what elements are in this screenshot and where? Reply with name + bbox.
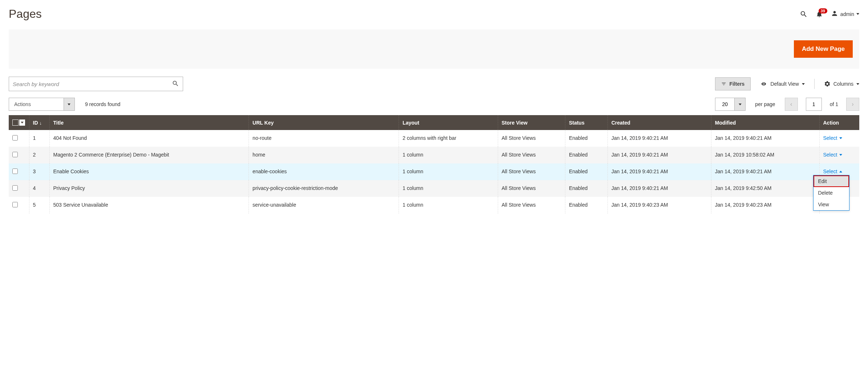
cell-status: Enabled (565, 147, 607, 163)
default-view-control[interactable]: Default View (760, 81, 804, 87)
cell-store-view: All Store Views (498, 197, 565, 214)
cell-created: Jan 14, 2019 9:40:23 AM (607, 197, 711, 214)
page-size-caret[interactable] (735, 98, 746, 111)
grid-controls-row: Actions 9 records found per page ‹ of 1 … (9, 98, 859, 111)
row-action-select[interactable]: Select (823, 152, 843, 158)
search-submit-icon[interactable] (172, 80, 179, 88)
row-checkbox[interactable] (12, 152, 18, 157)
cell-created: Jan 14, 2019 9:40:21 AM (607, 163, 711, 180)
col-created[interactable]: Created (607, 115, 711, 130)
pages-table: ID↓ Title URL Key Layout Store View Stat… (9, 115, 859, 214)
gear-icon (824, 81, 831, 87)
divider (814, 79, 815, 89)
col-url-key[interactable]: URL Key (249, 115, 399, 130)
filters-label: Filters (729, 81, 744, 87)
cell-title: Privacy Policy (49, 180, 249, 197)
chevron-down-icon (802, 83, 805, 85)
table-row[interactable]: 5503 Service Unavailableservice-unavaila… (9, 197, 859, 214)
cell-checkbox (9, 180, 29, 197)
cell-layout: 1 column (399, 147, 498, 163)
columns-label: Columns (833, 81, 853, 87)
cell-modified: Jan 14, 2019 9:40:23 AM (711, 197, 819, 214)
chevron-down-icon (856, 83, 859, 85)
cell-url-key: service-unavailable (249, 197, 399, 214)
table-row[interactable]: 4Privacy Policyprivacy-policy-cookie-res… (9, 180, 859, 197)
page-of-label: of 1 (830, 101, 838, 107)
cell-id: 3 (29, 163, 49, 180)
col-layout[interactable]: Layout (399, 115, 498, 130)
select-all-control[interactable] (12, 119, 25, 126)
cell-store-view: All Store Views (498, 147, 565, 163)
col-store-view[interactable]: Store View (498, 115, 565, 130)
search-input[interactable] (13, 81, 172, 87)
col-modified[interactable]: Modified (711, 115, 819, 130)
page-title: Pages (9, 7, 42, 21)
cell-url-key: no-route (249, 130, 399, 147)
col-status[interactable]: Status (565, 115, 607, 130)
cell-action: Select EditDeleteView (819, 163, 859, 180)
cell-layout: 1 column (399, 163, 498, 180)
cell-modified: Jan 14, 2019 9:40:21 AM (711, 130, 819, 147)
global-search-icon[interactable] (800, 10, 808, 18)
table-row[interactable]: 2Magento 2 Commerce (Enterprise) Demo - … (9, 147, 859, 163)
controls-row: Filters Default View Columns (9, 77, 859, 91)
chevron-down-icon (739, 104, 742, 105)
cell-url-key: privacy-policy-cookie-restriction-mode (249, 180, 399, 197)
cell-url-key: enable-cookies (249, 163, 399, 180)
row-checkbox[interactable] (12, 169, 18, 174)
per-page-label: per page (755, 101, 775, 107)
bulk-actions-dropdown[interactable]: Actions (9, 98, 75, 111)
search-wrap (9, 77, 183, 91)
notification-badge: 39 (819, 8, 827, 13)
table-row[interactable]: 1404 Not Foundno-route2 columns with rig… (9, 130, 859, 147)
cell-modified: Jan 14, 2019 9:42:50 AM (711, 180, 819, 197)
cell-action: Select (819, 147, 859, 163)
page-header: Pages 39 admin (9, 3, 859, 29)
select-all-checkbox[interactable] (12, 119, 19, 126)
page-size-input[interactable] (715, 98, 735, 111)
col-id[interactable]: ID↓ (29, 115, 49, 130)
cell-title: Magento 2 Commerce (Enterprise) Demo - M… (49, 147, 249, 163)
page-number-input[interactable] (806, 98, 822, 111)
col-checkbox (9, 115, 29, 130)
actions-caret[interactable] (64, 98, 74, 110)
cell-action: Select (819, 130, 859, 147)
user-name: admin (840, 11, 854, 17)
notifications-icon[interactable]: 39 (816, 11, 823, 18)
grid-controls-right: per page ‹ of 1 › (715, 98, 859, 111)
row-action-menu: EditDeleteView (813, 175, 849, 211)
cell-status: Enabled (565, 130, 607, 147)
cell-id: 5 (29, 197, 49, 214)
cell-status: Enabled (565, 163, 607, 180)
cell-created: Jan 14, 2019 9:40:21 AM (607, 180, 711, 197)
cell-store-view: All Store Views (498, 130, 565, 147)
cell-created: Jan 14, 2019 9:40:21 AM (607, 147, 711, 163)
user-menu[interactable]: admin (831, 10, 859, 18)
action-edit[interactable]: Edit (814, 175, 849, 187)
row-action-select[interactable]: Select EditDeleteView (823, 169, 843, 174)
default-view-label: Default View (770, 81, 799, 87)
row-checkbox[interactable] (12, 135, 18, 141)
prev-page-button[interactable]: ‹ (785, 98, 798, 111)
chevron-down-icon (856, 13, 859, 15)
row-checkbox[interactable] (12, 185, 18, 191)
columns-control[interactable]: Columns (824, 81, 859, 87)
col-title[interactable]: Title (49, 115, 249, 130)
table-row[interactable]: 3Enable Cookiesenable-cookies1 columnAll… (9, 163, 859, 180)
chevron-down-icon (839, 154, 842, 156)
row-action-select[interactable]: Select (823, 135, 843, 141)
select-all-caret[interactable] (19, 119, 25, 126)
add-new-page-button[interactable]: Add New Page (794, 40, 853, 58)
cell-title: Enable Cookies (49, 163, 249, 180)
action-view[interactable]: View (814, 199, 849, 210)
filters-button[interactable]: Filters (715, 77, 751, 90)
chevron-down-icon (839, 137, 842, 139)
cell-layout: 1 column (399, 180, 498, 197)
chevron-up-icon (839, 171, 842, 173)
row-checkbox[interactable] (12, 202, 18, 207)
eye-icon (760, 81, 767, 86)
chevron-down-icon (21, 122, 24, 123)
action-delete[interactable]: Delete (814, 187, 849, 199)
cell-modified: Jan 14, 2019 10:58:02 AM (711, 147, 819, 163)
next-page-button[interactable]: › (846, 98, 859, 111)
